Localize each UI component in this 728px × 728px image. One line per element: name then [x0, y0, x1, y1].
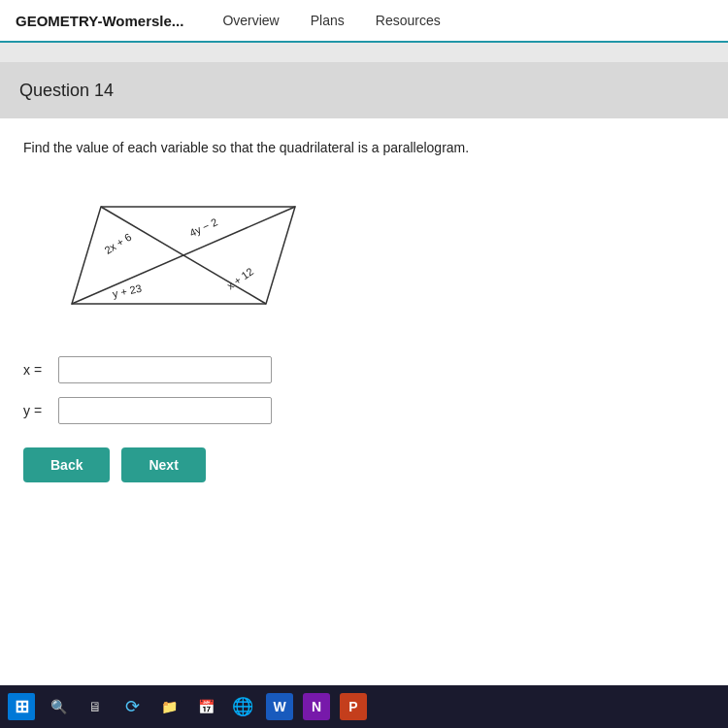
diagram-container: 2x + 6 4y − 2 x + 12 y + 23	[43, 178, 334, 333]
nav-resources[interactable]: Resources	[376, 9, 441, 32]
nav-overview[interactable]: Overview	[222, 9, 279, 32]
x-input-row: x =	[23, 356, 705, 383]
edge-icon[interactable]: ⟳	[118, 693, 146, 720]
search-icon[interactable]: 🔍	[45, 693, 72, 720]
taskbar: ⊞ 🔍 🖥 ⟳ 📁 📅 🌐 W N P	[0, 685, 728, 728]
problem-text: Find the value of each variable so that …	[23, 138, 705, 158]
task-view-icon[interactable]: 🖥	[82, 693, 109, 720]
question-header: Question 14	[0, 62, 728, 118]
calendar-icon[interactable]: 📅	[192, 693, 219, 720]
onenote-icon[interactable]: N	[303, 693, 330, 720]
next-button[interactable]: Next	[121, 447, 205, 482]
label-top-left: 2x + 6	[102, 231, 133, 256]
x-input[interactable]	[58, 356, 272, 383]
button-row: Back Next	[23, 447, 705, 482]
powerpoint-icon[interactable]: P	[340, 693, 367, 720]
label-top-right: 4y − 2	[187, 215, 219, 239]
navbar: GEOMETRY-Womersle... Overview Plans Reso…	[0, 0, 728, 43]
question-title: Question 14	[19, 81, 114, 101]
y-input[interactable]	[58, 397, 272, 424]
explorer-icon[interactable]: 📁	[155, 693, 182, 720]
nav-plans[interactable]: Plans	[311, 9, 345, 32]
y-label: y =	[23, 403, 58, 418]
x-label: x =	[23, 362, 58, 378]
parallelogram-diagram: 2x + 6 4y − 2 x + 12 y + 23	[43, 178, 314, 328]
main-content: Question 14 Find the value of each varia…	[0, 43, 728, 685]
label-bottom-right: x + 12	[224, 265, 255, 291]
word-icon[interactable]: W	[266, 693, 293, 720]
navbar-brand: GEOMETRY-Womersle...	[16, 13, 183, 29]
chrome-icon[interactable]: 🌐	[229, 693, 256, 720]
start-button[interactable]: ⊞	[8, 693, 35, 720]
back-button[interactable]: Back	[23, 447, 110, 482]
content-card: Find the value of each variable so that …	[0, 118, 728, 685]
y-input-row: y =	[23, 397, 705, 424]
navbar-links: Overview Plans Resources	[222, 9, 440, 32]
